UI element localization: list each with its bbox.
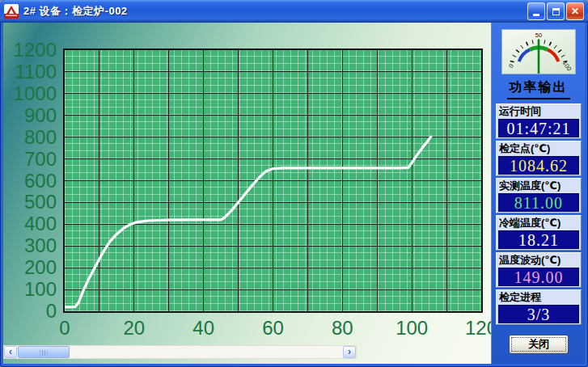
- minimize-button[interactable]: [527, 2, 545, 20]
- y-tick-label: 500: [3, 192, 60, 213]
- readout-label: 检定进程: [498, 291, 579, 305]
- gauge-tick-label-50: 50: [535, 32, 542, 39]
- y-tick-label: 1200: [3, 40, 60, 61]
- gauge-canvas: 0 50 100: [502, 30, 575, 74]
- scroll-right-button[interactable]: ›: [343, 346, 356, 358]
- scrollbar-thumb[interactable]: [18, 346, 70, 358]
- readout-group-0: 运行时间01:47:21: [496, 103, 582, 139]
- gauge-low-arc: [519, 49, 530, 61]
- window-title: 2# 设备：检定炉-002: [23, 4, 526, 19]
- gauge-tick-label-100: 100: [561, 60, 573, 72]
- readout-label: 温度波动(℃): [498, 254, 579, 268]
- gauge-tick-label-0: 0: [507, 62, 515, 70]
- readout-label: 运行时间: [498, 105, 579, 119]
- readout-value: 3/3: [498, 305, 579, 323]
- readout-label: 检定点(℃): [498, 142, 579, 156]
- readout-value: 18.21: [498, 230, 579, 249]
- y-tick-label: 200: [3, 257, 60, 278]
- readout-label: 实测温度(℃): [498, 179, 579, 193]
- titlebar[interactable]: 2# 设备：检定炉-002 ✕: [0, 0, 588, 23]
- readout-value: 1084.62: [498, 156, 579, 175]
- close-window-button[interactable]: ✕: [566, 2, 584, 20]
- power-gauge: 0 50 100: [501, 29, 576, 74]
- chart-widget: 0100200300400500600700800900100011001200…: [3, 23, 491, 364]
- plot-canvas: [65, 50, 481, 311]
- y-tick-label: 800: [3, 127, 60, 148]
- power-output-title: 功率输出: [492, 79, 585, 99]
- h-scrollbar[interactable]: ‹ ›: [3, 345, 357, 359]
- maximize-button[interactable]: [547, 2, 565, 20]
- right-panel: 0 50 100 功率输出 运行时间01:47:21检定点(℃)1084.62实…: [491, 23, 585, 364]
- readout-group-5: 检定进程3/3: [496, 289, 582, 325]
- minimize-icon: [533, 14, 539, 16]
- readout-group-1: 检定点(℃)1084.62: [496, 141, 582, 176]
- scroll-left-icon: ‹: [9, 346, 12, 357]
- y-tick-label: 700: [3, 149, 60, 170]
- readout-label: 冷端温度(℃): [498, 217, 579, 230]
- readout-value: 811.00: [498, 193, 579, 212]
- y-tick-label: 600: [3, 171, 60, 192]
- y-tick-label: 1000: [3, 83, 60, 104]
- readout-value: 01:47:21: [498, 119, 579, 137]
- scroll-right-icon: ›: [348, 346, 351, 357]
- y-tick-label: 100: [3, 279, 60, 300]
- close-icon: ✕: [571, 6, 579, 16]
- readout-value: 149.00: [498, 268, 579, 286]
- close-action-button[interactable]: 关闭: [509, 335, 569, 354]
- gauge-high-arc: [548, 49, 558, 61]
- grid-lines: [65, 50, 481, 311]
- power-output-text: 功率输出: [507, 79, 570, 99]
- app-icon: [4, 4, 19, 19]
- y-tick-label: 1100: [3, 61, 60, 82]
- y-tick-label: 900: [3, 105, 60, 126]
- x-tick-label: 0: [36, 318, 94, 339]
- maximize-icon: [552, 8, 560, 15]
- readout-group-2: 实测温度(℃)811.00: [496, 178, 582, 213]
- x-tick-label: 60: [244, 318, 302, 339]
- readout-group-3: 冷端温度(℃)18.21: [496, 215, 582, 251]
- scroll-left-button[interactable]: ‹: [4, 346, 17, 358]
- readout-group-4: 温度波动(℃)149.00: [496, 252, 582, 288]
- thumb-grip-icon: [40, 350, 48, 356]
- x-tick-label: 120: [452, 318, 491, 339]
- x-tick-label: 100: [383, 318, 441, 339]
- y-tick-label: 400: [3, 213, 60, 234]
- x-tick-label: 20: [105, 318, 163, 339]
- y-tick-label: 300: [3, 235, 60, 256]
- app-window: 2# 设备：检定炉-002 ✕ 010020030040050060070080…: [0, 0, 588, 367]
- plot-area: [63, 49, 483, 313]
- x-tick-label: 80: [313, 318, 371, 339]
- x-tick-label: 40: [175, 318, 233, 339]
- temperature-curve: [65, 137, 431, 307]
